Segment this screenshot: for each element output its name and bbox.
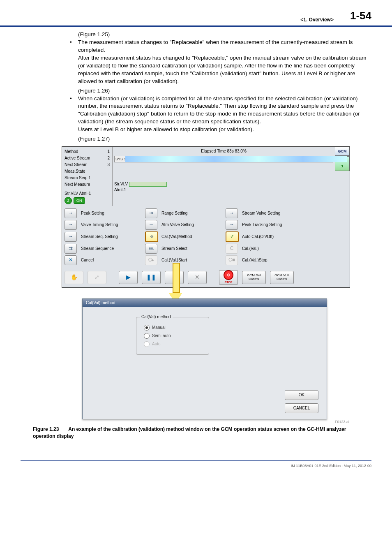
fig-ref-125: (Figure 1.25) <box>78 31 367 39</box>
pause-button[interactable]: ❚❚ <box>142 271 161 284</box>
arrow-right-icon[interactable]: → <box>226 208 238 218</box>
cal-val-start-button[interactable]: Cal.(Val.)Start <box>161 257 223 263</box>
arrow-right-icon[interactable]: → <box>65 220 77 230</box>
range-icon[interactable]: ⇥ <box>145 208 157 218</box>
cancel-button[interactable]: Cancel <box>81 257 143 263</box>
status-strvlv-key: Str.VLV Atml-1 <box>65 191 91 197</box>
status-active-stream-val: 2 <box>107 155 110 161</box>
status-stream-seq-key: Stream Seq. 1 <box>65 175 91 181</box>
gcm-det-control-button[interactable]: GCM Det Control <box>242 271 266 284</box>
valve-timing-setting-button[interactable]: Valve Timing Setting <box>81 222 143 228</box>
on-text-badge: ON <box>74 197 85 204</box>
figure-caption-text: An example of the calibration (validatio… <box>33 426 346 439</box>
figure-caption-lead: Figure 1.23 <box>33 426 59 432</box>
stream-seq-setting-button[interactable]: Stream Seq. Setting <box>81 234 143 240</box>
close-transport-button[interactable]: ✕ <box>188 271 207 284</box>
peak-setting-button[interactable]: Peak Setting <box>81 210 143 216</box>
cal-stop-icon: C■ <box>226 255 238 265</box>
content-area: (Figure 1.25) • The measurement status c… <box>0 27 392 448</box>
dialog-title: Cal(Val) method <box>83 299 327 307</box>
status-meas-state-key: Meas.State <box>65 169 85 174</box>
select-icon[interactable]: SEL <box>145 244 157 254</box>
on-circle-icon: 2 <box>65 197 72 204</box>
bullet-2-text: When calibration (or validation) is comp… <box>78 95 367 126</box>
expand-icon: ⤢ <box>88 271 106 284</box>
tab-gcm[interactable]: GCM <box>335 147 350 156</box>
bullet-1: • The measurement status changes to "Rep… <box>70 39 367 54</box>
radio-icon <box>144 325 150 331</box>
app-window: Method1 Active Stream2 Next Stream3 Meas… <box>62 146 350 288</box>
cal-method-icon[interactable]: ⎆ <box>145 231 158 242</box>
cal-val-method-fieldset: Cal(Val) method Manual Semi-auto <box>136 317 209 355</box>
sys1-label: SYS 1 <box>115 157 126 162</box>
strvlv-display: Str.VLV Atml-1 <box>114 181 333 193</box>
radio-icon <box>144 341 150 347</box>
gcm-vlv-control-button[interactable]: GCM VLV Control <box>270 271 294 284</box>
arrow-right-icon[interactable]: → <box>226 220 238 230</box>
figure-wrap: Method1 Active Stream2 Next Stream3 Meas… <box>62 146 367 425</box>
status-method-key: Method <box>65 149 78 155</box>
emergency-stop-button[interactable]: ⊘ STOP <box>219 270 238 285</box>
peak-tracking-setting-button[interactable]: Peak Tracking Setting <box>242 222 304 228</box>
cal-start-icon: C▸ <box>145 255 157 265</box>
progress-bar: SYS 1 <box>114 156 333 162</box>
cal-val-button[interactable]: Cal.(Val.) <box>242 246 304 252</box>
fig-ref-126: (Figure 1.26) <box>78 87 367 95</box>
stop-caption: STOP <box>225 280 233 284</box>
stream-select-button[interactable]: Stream Select <box>161 246 223 252</box>
elapsed-time-label: Elapsed Time 83s 83.0% <box>114 148 333 156</box>
strvlv-label-2: Atml-1 <box>114 187 126 192</box>
arrow-right-icon[interactable]: → <box>65 208 77 218</box>
fieldset-legend: Cal(Val) method <box>140 314 173 320</box>
close-icon[interactable]: ✕ <box>65 255 77 265</box>
cal-val-stop-button[interactable]: Cal.(Val.)Stop <box>242 257 304 263</box>
radio-semi-auto-label: Semi-auto <box>152 333 171 339</box>
status-method-val: 1 <box>107 149 110 155</box>
dialog-cancel-button[interactable]: CANCEL <box>285 403 318 413</box>
check-icon[interactable]: ✓ <box>226 231 239 242</box>
para-2: Users at Level B or higher are allowed t… <box>78 126 367 134</box>
stop-square-button[interactable]: ■ <box>165 271 184 284</box>
auto-cal-onoff-button[interactable]: Auto Cal.(On/Off) <box>242 234 304 240</box>
page-number: 1-54 <box>350 8 371 23</box>
bullet-dot-icon: • <box>70 39 78 54</box>
radio-icon <box>144 333 150 339</box>
play-button[interactable]: ▶ <box>119 271 138 284</box>
figure-caption: Figure 1.23 An example of the calibratio… <box>33 426 367 440</box>
radio-semi-auto[interactable]: Semi-auto <box>144 333 201 339</box>
arrow-right-icon[interactable]: → <box>65 232 77 242</box>
status-next-stream-val: 3 <box>107 162 110 168</box>
radio-manual[interactable]: Manual <box>144 325 201 331</box>
stream-sequence-button[interactable]: Stream Sequence <box>81 246 143 252</box>
stop-icon: ⊘ <box>224 270 233 280</box>
strvlv-label-1: Str.VLV <box>114 182 128 186</box>
page-footer: IM 11B08A01-01E 2nd Edition : May 11, 20… <box>21 460 371 469</box>
sequence-icon[interactable]: ⇉ <box>65 244 77 254</box>
range-setting-button[interactable]: Range Setting <box>161 210 223 216</box>
atm-valve-setting-button[interactable]: Atm Valve Setting <box>161 222 223 228</box>
status-panel: Method1 Active Stream2 Next Stream3 Meas… <box>62 147 113 206</box>
radio-auto: Auto <box>144 341 201 347</box>
progress-fill <box>125 156 347 162</box>
arrow-right-icon[interactable]: → <box>145 220 157 230</box>
bullet-2: • When calibration (or validation) is co… <box>70 95 367 126</box>
status-active-stream-key: Active Stream <box>65 155 90 161</box>
radio-auto-label: Auto <box>152 341 161 347</box>
cal-val-method-dialog: Cal(Val) method Cal(Val) method Manual S… <box>82 298 327 419</box>
cal-val-method-button[interactable]: Cal.(Val.)Method <box>161 234 223 240</box>
fig-ref-127: (Figure 1.27) <box>78 135 367 143</box>
para-1: After the measurement status has changed… <box>78 54 367 86</box>
section-tag: <1. Overview> <box>300 16 334 23</box>
stream-valve-setting-button[interactable]: Stream Valve Setting <box>242 210 304 216</box>
strvlv-bar-icon <box>129 182 167 187</box>
page-header: <1. Overview> 1-54 <box>0 0 392 27</box>
figure-file-id: F0123.ai <box>62 419 357 425</box>
transport-bar: ✋ ⤢ ▶ ❚❚ ■ ✕ ⊘ STOP GCM Det Control <box>62 268 350 287</box>
system-tabs: GCM SYS 1 <box>335 147 350 206</box>
radio-manual-label: Manual <box>152 325 166 331</box>
chart-area: Elapsed Time 83s 83.0% SYS 1 Str.VLV Atm… <box>113 147 335 206</box>
dialog-ok-button[interactable]: OK <box>285 390 318 400</box>
button-grid: → Peak Setting ⇥ Range Setting → Stream … <box>62 206 350 268</box>
on-indicator: 2 ON <box>65 197 85 204</box>
bullet-dot-icon: • <box>70 95 78 126</box>
